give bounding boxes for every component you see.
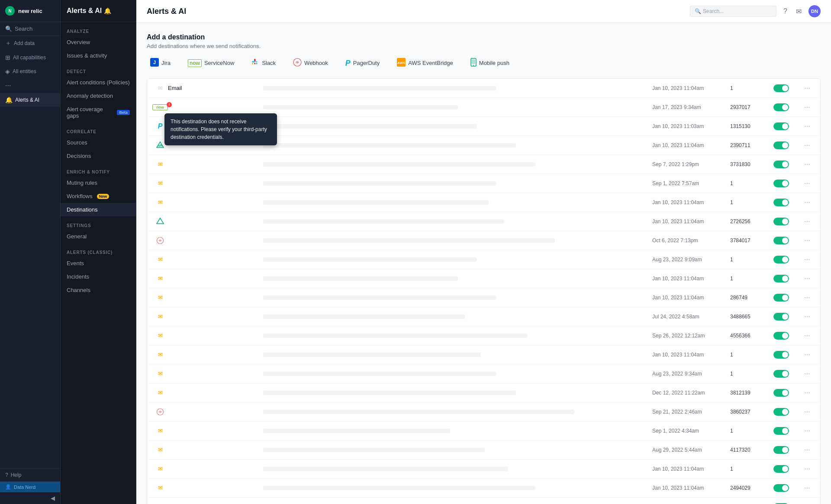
- sidebar-item-help[interactable]: ? Help: [0, 469, 60, 482]
- row-more-button[interactable]: ···: [799, 313, 815, 321]
- dest-option-jira[interactable]: J Jira: [147, 56, 174, 70]
- header-search[interactable]: 🔍 Search...: [690, 6, 776, 17]
- row-toggle[interactable]: [773, 122, 789, 130]
- row-date: Jan 10, 2023 11:04am: [652, 199, 730, 205]
- row-more-button[interactable]: ···: [799, 256, 815, 263]
- sidebar-item-add-data[interactable]: ＋ Add data: [0, 36, 60, 51]
- row-toggle[interactable]: [773, 161, 789, 168]
- avatar[interactable]: DN: [808, 5, 821, 17]
- row-more-button[interactable]: ···: [799, 180, 815, 187]
- row-toggle[interactable]: [773, 180, 789, 187]
- row-toggle[interactable]: [773, 256, 789, 263]
- row-toggle[interactable]: [773, 199, 789, 206]
- row-more-button[interactable]: ···: [799, 408, 815, 416]
- row-more-button[interactable]: ···: [799, 446, 815, 454]
- nav-item-alert-conditions[interactable]: Alert conditions (Policies): [61, 76, 136, 89]
- row-more-button[interactable]: ···: [799, 199, 815, 206]
- nav-item-general[interactable]: General: [61, 230, 136, 243]
- row-date: Jan 10, 2023 11:04am: [652, 276, 730, 282]
- nav-bell-icon[interactable]: 🔔: [104, 7, 111, 14]
- table-row: ✉ Jan 10, 2023 11:04am 1 ···: [147, 269, 820, 288]
- nav-item-incidents[interactable]: Incidents: [61, 270, 136, 283]
- row-toggle[interactable]: [773, 218, 789, 225]
- row-count: 4556366: [730, 333, 773, 339]
- nav-item-alert-coverage-gaps[interactable]: Alert coverage gaps Beta: [61, 103, 136, 122]
- destinations-table: ✉ Email Jan 10, 2023 11:04am 1 ··· now !…: [147, 78, 821, 504]
- section-label-enrich-notify: ENRICH & NOTIFY: [61, 163, 136, 176]
- collapse-sidebar-button[interactable]: ◀: [0, 492, 60, 504]
- row-more-button[interactable]: ···: [799, 122, 815, 130]
- row-more-button[interactable]: ···: [799, 370, 815, 378]
- dest-option-pagerduty[interactable]: P PagerDuty: [342, 58, 383, 69]
- user-profile[interactable]: 👤 Data Nerd: [0, 482, 60, 492]
- nav-item-issues-activity[interactable]: Issues & activity: [61, 49, 136, 62]
- row-toggle[interactable]: [773, 313, 789, 321]
- row-more-button[interactable]: ···: [799, 275, 815, 282]
- svg-rect-5: [252, 61, 255, 63]
- row-toggle[interactable]: [773, 465, 789, 473]
- row-toggle[interactable]: [773, 103, 789, 111]
- row-more-button[interactable]: ···: [799, 141, 815, 149]
- pagerduty-label: PagerDuty: [353, 60, 380, 66]
- aws-label: AWS EventBridge: [408, 60, 453, 66]
- row-more-button[interactable]: ···: [799, 103, 815, 111]
- logo[interactable]: N new relic: [0, 0, 60, 22]
- row-more-button[interactable]: ···: [799, 427, 815, 435]
- dest-option-slack[interactable]: Slack: [248, 57, 279, 69]
- entities-icon: ◈: [5, 68, 10, 75]
- row-toggle[interactable]: [773, 446, 789, 454]
- row-more-button[interactable]: ···: [799, 351, 815, 359]
- row-icon-email: ✉: [152, 161, 168, 167]
- row-toggle[interactable]: [773, 84, 789, 92]
- row-toggle[interactable]: [773, 275, 789, 282]
- row-toggle[interactable]: [773, 389, 789, 397]
- nav-item-events[interactable]: Events: [61, 257, 136, 270]
- row-name: Email: [168, 85, 263, 91]
- sidebar-item-all-entities[interactable]: ◈ All entities: [0, 64, 60, 78]
- nav-item-anomaly-detection[interactable]: Anomaly detection: [61, 89, 136, 103]
- row-more-button[interactable]: ···: [799, 484, 815, 492]
- row-more-button[interactable]: ···: [799, 389, 815, 397]
- nav-item-channels[interactable]: Channels: [61, 283, 136, 297]
- help-icon-button[interactable]: ?: [782, 6, 789, 17]
- row-icon-email: ✉: [152, 465, 168, 472]
- nav-item-workflows[interactable]: Workflows New: [61, 189, 136, 203]
- row-date: Sep 1, 2022 4:34am: [652, 428, 730, 434]
- row-toggle[interactable]: [773, 237, 789, 244]
- dest-option-aws[interactable]: AWS AWS EventBridge: [393, 56, 457, 70]
- row-more-button[interactable]: ···: [799, 218, 815, 225]
- row-more-button[interactable]: ···: [799, 161, 815, 168]
- more-items[interactable]: ···: [0, 78, 60, 93]
- row-count: 2494029: [730, 485, 773, 491]
- dest-option-mobile-push[interactable]: Mobile push: [467, 56, 513, 70]
- dest-option-servicenow[interactable]: now ServiceNow: [184, 58, 238, 69]
- table-row: ✉ Dec 12, 2022 11:22am 3812139 ···: [147, 383, 820, 402]
- row-blurred-name: [263, 181, 652, 186]
- sidebar-item-all-capabilities[interactable]: ⊞ All capabilities: [0, 51, 60, 64]
- row-more-button[interactable]: ···: [799, 332, 815, 340]
- row-toggle[interactable]: [773, 484, 789, 492]
- row-more-button[interactable]: ···: [799, 84, 815, 92]
- nav-item-muting-rules[interactable]: Muting rules: [61, 176, 136, 189]
- row-toggle[interactable]: [773, 332, 789, 340]
- search-button[interactable]: 🔍 Search: [0, 22, 60, 36]
- mail-icon-button[interactable]: ✉: [794, 6, 803, 17]
- row-toggle[interactable]: [773, 294, 789, 302]
- sources-label: Sources: [67, 139, 87, 146]
- row-more-button[interactable]: ···: [799, 465, 815, 473]
- row-toggle[interactable]: [773, 408, 789, 416]
- nav-item-overview[interactable]: Overview: [61, 35, 136, 49]
- nav-item-decisions[interactable]: Decisions: [61, 149, 136, 163]
- nav-item-sources[interactable]: Sources: [61, 136, 136, 149]
- dest-option-webhook[interactable]: Webhook: [290, 56, 332, 70]
- row-more-button[interactable]: ···: [799, 294, 815, 302]
- row-toggle[interactable]: [773, 427, 789, 435]
- sidebar-item-alerts-ai[interactable]: 🔔 Alerts & AI: [0, 93, 60, 107]
- nav-item-destinations[interactable]: Destinations: [61, 203, 136, 216]
- row-toggle[interactable]: [773, 370, 789, 378]
- svg-text:J: J: [153, 60, 156, 65]
- row-toggle[interactable]: [773, 351, 789, 359]
- row-more-button[interactable]: ···: [799, 237, 815, 244]
- table-row: Oct 6, 2022 7:13pm 3784017 ···: [147, 231, 820, 250]
- row-toggle[interactable]: [773, 141, 789, 149]
